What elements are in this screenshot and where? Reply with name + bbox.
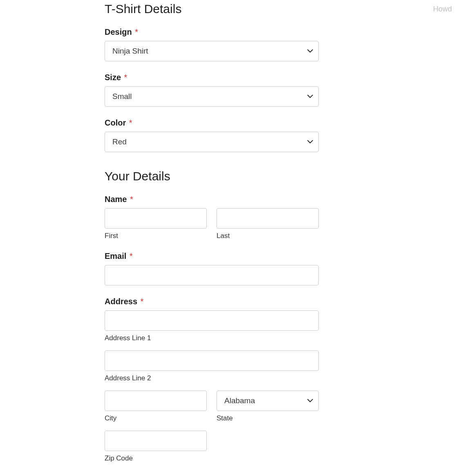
design-select-box[interactable]: Ninja Shirt [105, 41, 319, 61]
email-input[interactable] [105, 265, 319, 285]
section-title-tshirt: T-Shirt Details [105, 2, 319, 16]
size-label: Size * [105, 73, 319, 82]
field-size: Size * Small [105, 73, 319, 107]
size-select-value: Small [112, 92, 132, 101]
required-asterisk: * [130, 251, 133, 260]
address-label-text: Address [105, 297, 137, 306]
required-asterisk: * [141, 297, 144, 306]
last-name-input[interactable] [217, 208, 319, 229]
required-asterisk: * [130, 195, 133, 204]
color-select-box[interactable]: Red [105, 132, 319, 152]
email-label: Email * [105, 251, 319, 261]
color-label-text: Color [105, 118, 126, 127]
address-label: Address * [105, 297, 319, 306]
last-name-sublabel: Last [217, 232, 319, 240]
address-line1-input[interactable] [105, 310, 319, 331]
color-select[interactable]: Red [105, 132, 319, 152]
field-design: Design * Ninja Shirt [105, 27, 319, 61]
state-select-value: Alabama [224, 396, 255, 405]
size-select[interactable]: Small [105, 86, 319, 107]
email-label-text: Email [105, 251, 126, 260]
state-select-box[interactable]: Alabama [217, 391, 319, 411]
address-line2-input[interactable] [105, 350, 319, 371]
section-title-your-details: Your Details [105, 169, 319, 183]
size-label-text: Size [105, 73, 121, 82]
address-line1-sublabel: Address Line 1 [105, 334, 319, 342]
field-color: Color * Red [105, 118, 319, 152]
field-email: Email * [105, 251, 319, 285]
size-select-box[interactable]: Small [105, 86, 319, 107]
corner-text: Howd [433, 5, 452, 13]
zip-input[interactable] [105, 431, 207, 451]
color-label: Color * [105, 118, 319, 128]
required-asterisk: * [129, 118, 132, 127]
design-label: Design * [105, 27, 319, 37]
design-label-text: Design [105, 27, 132, 36]
form-container: T-Shirt Details Design * Ninja Shirt Siz… [105, 0, 319, 463]
required-asterisk: * [135, 27, 138, 36]
zip-sublabel: Zip Code [105, 454, 207, 463]
city-input[interactable] [105, 391, 207, 411]
first-name-sublabel: First [105, 232, 207, 240]
state-select[interactable]: Alabama [217, 391, 319, 411]
first-name-input[interactable] [105, 208, 207, 229]
state-sublabel: State [217, 414, 319, 422]
design-select[interactable]: Ninja Shirt [105, 41, 319, 61]
name-label-text: Name [105, 195, 127, 204]
name-label: Name * [105, 195, 319, 204]
design-select-value: Ninja Shirt [112, 47, 148, 56]
field-name: Name * First Last [105, 195, 319, 240]
required-asterisk: * [124, 73, 127, 82]
field-address: Address * Address Line 1 Address Line 2 … [105, 297, 319, 463]
city-sublabel: City [105, 414, 207, 422]
color-select-value: Red [112, 137, 127, 146]
address-line2-sublabel: Address Line 2 [105, 374, 319, 382]
